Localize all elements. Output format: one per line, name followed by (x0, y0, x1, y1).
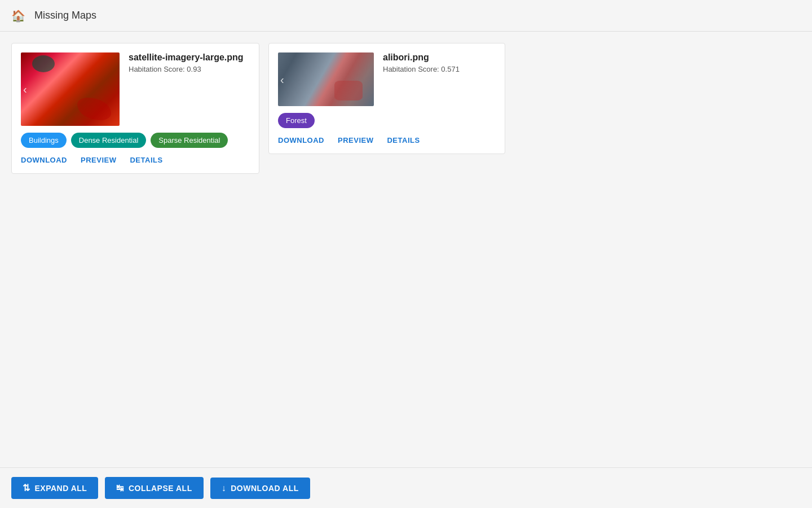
tag-buildings[interactable]: Buildings (21, 133, 67, 148)
home-icon[interactable]: 🏠 (11, 9, 25, 23)
tag-forest[interactable]: Forest (278, 113, 315, 128)
chevron-left-icon-2[interactable]: ‹ (280, 73, 284, 86)
download-all-label: DOWNLOAD ALL (231, 484, 299, 493)
card-filename-2: alibori.png (383, 52, 496, 63)
card-actions-1: DOWNLOAD PREVIEW DETAILS (21, 156, 250, 164)
download-link-2[interactable]: DOWNLOAD (278, 136, 324, 144)
details-link-2[interactable]: DETAILS (387, 136, 420, 144)
expand-all-icon: ⇅ (23, 483, 30, 493)
card-info-2: alibori.png Habitation Score: 0.571 (383, 52, 496, 73)
details-link-1[interactable]: DETAILS (130, 156, 162, 164)
chevron-left-icon[interactable]: ‹ (23, 83, 27, 96)
card-tags-2: Forest (278, 113, 496, 128)
page-title: Missing Maps (34, 10, 96, 21)
download-link-1[interactable]: DOWNLOAD (21, 156, 67, 164)
card-info-1: satellite-imagery-large.png Habitation S… (129, 52, 250, 73)
collapse-all-label: COLLAPSE ALL (129, 484, 192, 493)
bottom-bar: ⇅ EXPAND ALL ↹ COLLAPSE ALL ↓ DOWNLOAD A… (0, 467, 812, 508)
card-actions-2: DOWNLOAD PREVIEW DETAILS (278, 136, 496, 144)
preview-link-1[interactable]: PREVIEW (81, 156, 116, 164)
tag-sparse-residential[interactable]: Sparse Residential (151, 133, 228, 148)
app-header: 🏠 Missing Maps (0, 0, 812, 32)
tag-dense-residential[interactable]: Dense Residential (71, 133, 147, 148)
alibori-image: ‹ (278, 52, 374, 106)
card-score-2: Habitation Score: 0.571 (383, 65, 496, 73)
main-content: ‹ satellite-imagery-large.png Habitation… (0, 32, 812, 467)
expand-all-label: EXPAND ALL (35, 484, 87, 493)
card-filename-1: satellite-imagery-large.png (129, 52, 250, 63)
image-card-2: ‹ alibori.png Habitation Score: 0.571 Fo… (268, 43, 505, 154)
image-card-1: ‹ satellite-imagery-large.png Habitation… (11, 43, 259, 174)
collapse-all-icon: ↹ (116, 483, 124, 493)
download-all-icon: ↓ (222, 483, 227, 493)
card-score-1: Habitation Score: 0.93 (129, 65, 250, 73)
collapse-all-button[interactable]: ↹ COLLAPSE ALL (105, 477, 203, 499)
card-tags-1: Buildings Dense Residential Sparse Resid… (21, 133, 250, 148)
download-all-button[interactable]: ↓ DOWNLOAD ALL (210, 478, 310, 499)
satellite-image: ‹ (21, 52, 120, 126)
card-image-wrapper-2: ‹ (278, 52, 374, 106)
preview-link-2[interactable]: PREVIEW (338, 136, 373, 144)
card-image-wrapper-1: ‹ (21, 52, 120, 126)
expand-all-button[interactable]: ⇅ EXPAND ALL (11, 477, 98, 499)
